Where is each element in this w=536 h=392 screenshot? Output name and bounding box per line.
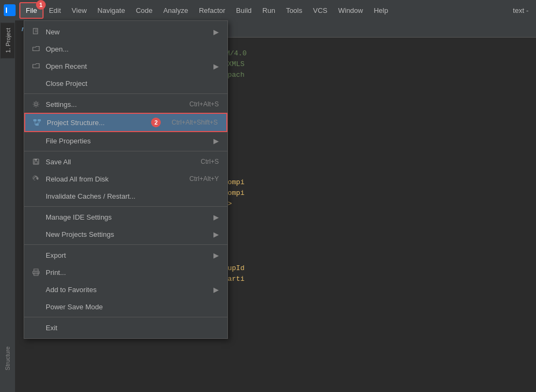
svg-rect-16	[34, 269, 38, 271]
separator-1	[24, 93, 227, 94]
svg-text:I: I	[5, 6, 8, 14]
menu-item-add-favorites[interactable]: Add to Favorites ▶	[24, 281, 227, 298]
menu-view[interactable]: View	[66, 3, 92, 18]
file-properties-arrow-icon: ▶	[213, 137, 219, 145]
new-projects-arrow-icon: ▶	[213, 230, 219, 238]
export-arrow-icon: ▶	[213, 251, 219, 259]
svg-rect-7	[38, 119, 41, 121]
svg-rect-2	[33, 28, 38, 34]
menu-tools[interactable]: Tools	[281, 3, 308, 18]
manage-ide-icon	[31, 212, 41, 222]
manage-ide-arrow-icon: ▶	[213, 213, 219, 221]
open-recent-icon	[31, 61, 41, 71]
sidebar-tab-project[interactable]: 1. Project	[1, 23, 15, 58]
menu-item-save-all[interactable]: Save All Ctrl+S	[24, 153, 227, 170]
menubar: I File 1 Edit View Navigate Code Analyze…	[0, 0, 536, 20]
sidebar-tab-structure[interactable]: Structure	[1, 341, 14, 376]
step-2-badge: 2	[151, 118, 161, 127]
favorites-icon	[31, 284, 41, 295]
menu-item-power-save[interactable]: Power Save Mode	[24, 298, 227, 315]
svg-rect-14	[34, 159, 37, 161]
menu-item-project-structure[interactable]: Project Structure... 2 Ctrl+Alt+Shift+S	[24, 113, 227, 132]
separator-2	[24, 151, 227, 151]
menu-window[interactable]: Window	[333, 3, 368, 18]
separator-5	[24, 317, 227, 317]
menu-item-manage-ide[interactable]: Manage IDE Settings ▶	[24, 208, 227, 226]
menu-analyze[interactable]: Analyze	[158, 3, 194, 18]
invalidate-icon	[31, 191, 41, 201]
menu-item-open-recent[interactable]: Open Recent ▶	[24, 57, 227, 75]
menu-item-close-project[interactable]: Close Project	[24, 75, 227, 92]
new-projects-icon	[31, 229, 41, 239]
favorites-arrow-icon: ▶	[213, 286, 219, 294]
svg-point-5	[35, 103, 38, 106]
file-menu-badge: 1	[36, 0, 46, 10]
project-structure-icon	[32, 117, 42, 128]
menu-item-file-properties[interactable]: File Properties ▶	[24, 132, 227, 149]
file-dropdown-menu: New ▶ Open... Open Recent ▶ Close Projec…	[24, 20, 228, 339]
menu-build[interactable]: Build	[231, 3, 257, 18]
menu-edit[interactable]: Edit	[44, 3, 66, 18]
menubar-right-text: text -	[513, 6, 534, 14]
menu-item-invalidate-caches[interactable]: Invalidate Caches / Restart...	[24, 187, 227, 205]
svg-point-19	[38, 272, 39, 273]
power-save-icon	[31, 301, 41, 312]
export-icon	[31, 250, 41, 260]
menu-item-settings[interactable]: Settings... Ctrl+Alt+S	[24, 96, 227, 113]
menu-file[interactable]: File 1	[19, 2, 44, 19]
menu-item-exit[interactable]: Exit	[24, 319, 227, 336]
close-project-icon	[31, 78, 41, 89]
menu-item-export[interactable]: Export ▶	[24, 246, 227, 264]
file-properties-icon	[31, 135, 41, 146]
settings-gear-icon	[31, 99, 41, 110]
reload-icon	[31, 173, 41, 184]
menu-refactor[interactable]: Refactor	[194, 3, 231, 18]
print-icon	[31, 267, 41, 278]
save-all-icon	[31, 156, 41, 167]
menu-item-new[interactable]: New ▶	[24, 23, 227, 40]
menu-run[interactable]: Run	[257, 3, 281, 18]
left-sidebar: 1. Project Structure	[0, 20, 15, 392]
menu-item-new-projects-settings[interactable]: New Projects Settings ▶	[24, 226, 227, 243]
separator-4	[24, 244, 227, 245]
new-arrow-icon: ▶	[213, 28, 219, 36]
menu-item-open[interactable]: Open...	[24, 40, 227, 57]
exit-icon	[31, 322, 41, 333]
open-recent-arrow-icon: ▶	[213, 62, 219, 70]
menu-item-print[interactable]: Print...	[24, 264, 227, 281]
menu-code[interactable]: Code	[131, 3, 158, 18]
menu-item-reload[interactable]: Reload All from Disk Ctrl+Alt+Y	[24, 170, 227, 187]
menu-vcs[interactable]: VCS	[308, 3, 333, 18]
new-icon	[31, 26, 41, 37]
app-logo: I	[2, 3, 17, 18]
svg-rect-15	[34, 162, 38, 164]
svg-rect-6	[33, 119, 37, 121]
menu-help[interactable]: Help	[368, 3, 394, 18]
menu-navigate[interactable]: Navigate	[92, 3, 130, 18]
separator-3	[24, 206, 227, 207]
open-folder-icon	[31, 43, 41, 54]
